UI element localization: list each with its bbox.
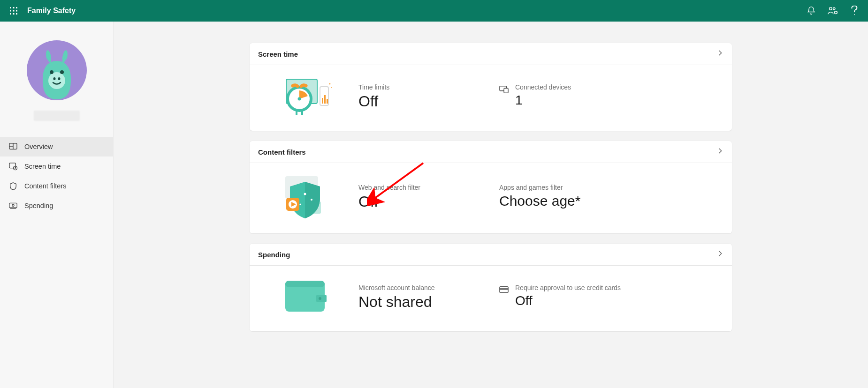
svg-rect-2 bbox=[16, 7, 17, 8]
people-gear-icon bbox=[828, 6, 838, 15]
svg-rect-37 bbox=[504, 88, 508, 93]
svg-point-10 bbox=[833, 7, 835, 9]
svg-point-40 bbox=[304, 193, 306, 195]
connected-devices-value: 1 bbox=[515, 93, 571, 108]
card-content-filters: Content filters bbox=[250, 141, 732, 233]
svg-point-35 bbox=[331, 87, 332, 88]
svg-rect-47 bbox=[285, 281, 325, 287]
svg-point-42 bbox=[299, 203, 301, 205]
main-content: Screen time bbox=[114, 22, 868, 388]
sidebar-item-label: Overview bbox=[24, 143, 53, 150]
content-filters-illustration bbox=[258, 173, 352, 220]
svg-point-27 bbox=[298, 97, 301, 101]
help-button[interactable] bbox=[844, 0, 865, 22]
shield-icon bbox=[8, 181, 18, 191]
avatar-illustration bbox=[29, 44, 85, 100]
sidebar-item-label: Spending bbox=[24, 202, 53, 209]
svg-rect-7 bbox=[13, 13, 15, 15]
app-title: Family Safety bbox=[27, 7, 76, 15]
apps-filter-value: Choose age* bbox=[499, 193, 580, 209]
top-bar: Family Safety bbox=[0, 0, 868, 22]
notifications-button[interactable] bbox=[800, 0, 822, 22]
svg-point-16 bbox=[53, 77, 55, 80]
svg-rect-5 bbox=[16, 10, 17, 12]
approval-label: Require approval to use credit cards bbox=[515, 284, 621, 291]
sidebar-item-screen-time[interactable]: Screen time bbox=[0, 157, 113, 176]
card-title: Spending bbox=[258, 251, 290, 259]
sidebar-item-spending[interactable]: Spending bbox=[0, 196, 113, 216]
time-limits-value: Off bbox=[358, 93, 499, 110]
card-title: Content filters bbox=[258, 148, 306, 156]
approval-value: Off bbox=[515, 293, 621, 308]
card-header-screen-time[interactable]: Screen time bbox=[250, 43, 732, 65]
spending-illustration bbox=[258, 276, 352, 318]
svg-rect-32 bbox=[324, 95, 326, 104]
svg-rect-4 bbox=[13, 10, 15, 12]
svg-rect-31 bbox=[322, 98, 323, 104]
app-launcher-button[interactable] bbox=[3, 0, 24, 22]
member-name-redacted bbox=[34, 111, 80, 121]
card-screen-time: Screen time bbox=[250, 43, 732, 131]
svg-rect-21 bbox=[9, 203, 17, 208]
family-settings-button[interactable] bbox=[822, 0, 844, 22]
card-spending: Spending bbox=[250, 244, 732, 331]
sidebar-item-label: Content filters bbox=[24, 182, 66, 190]
card-header-spending[interactable]: Spending bbox=[250, 244, 732, 266]
svg-point-12 bbox=[854, 14, 855, 15]
overview-icon bbox=[8, 142, 18, 151]
svg-point-49 bbox=[319, 297, 321, 300]
svg-point-34 bbox=[329, 83, 331, 85]
connected-devices-label: Connected devices bbox=[515, 83, 571, 91]
sidebar-item-overview[interactable]: Overview bbox=[0, 137, 113, 157]
svg-point-9 bbox=[830, 7, 832, 10]
sidebar-item-label: Screen time bbox=[24, 163, 61, 170]
profile-section bbox=[0, 40, 113, 121]
svg-rect-33 bbox=[327, 99, 328, 104]
help-icon bbox=[850, 6, 859, 16]
credit-card-icon bbox=[499, 286, 509, 295]
svg-point-11 bbox=[835, 11, 838, 14]
svg-rect-3 bbox=[10, 10, 11, 12]
balance-label: Microsoft account balance bbox=[358, 284, 499, 291]
devices-icon bbox=[499, 85, 509, 96]
card-title: Screen time bbox=[258, 50, 298, 58]
svg-rect-29 bbox=[301, 110, 303, 115]
svg-point-14 bbox=[50, 70, 53, 74]
svg-rect-8 bbox=[16, 13, 17, 15]
chevron-right-icon bbox=[717, 50, 723, 58]
chevron-right-icon bbox=[717, 250, 723, 259]
card-header-content-filters[interactable]: Content filters bbox=[250, 141, 732, 163]
svg-rect-0 bbox=[10, 7, 11, 8]
chevron-right-icon bbox=[717, 148, 723, 156]
svg-point-22 bbox=[12, 204, 14, 206]
svg-rect-1 bbox=[13, 7, 15, 8]
svg-point-15 bbox=[60, 70, 64, 74]
bell-icon bbox=[807, 6, 816, 15]
svg-rect-28 bbox=[296, 110, 297, 115]
svg-rect-19 bbox=[9, 163, 16, 168]
svg-point-13 bbox=[48, 72, 65, 89]
web-filter-value: Off bbox=[358, 193, 499, 210]
svg-rect-6 bbox=[10, 13, 11, 15]
cash-icon bbox=[8, 201, 18, 210]
svg-rect-51 bbox=[500, 288, 508, 290]
waffle-icon bbox=[10, 7, 17, 15]
screen-time-icon bbox=[8, 162, 18, 171]
sidebar-item-content-filters[interactable]: Content filters bbox=[0, 176, 113, 196]
sidebar-nav: Overview Screen time Content filters bbox=[0, 137, 113, 216]
sidebar: Overview Screen time Content filters bbox=[0, 22, 114, 388]
web-filter-label: Web and search filter bbox=[358, 184, 499, 191]
balance-value: Not shared bbox=[358, 293, 499, 311]
svg-point-17 bbox=[58, 77, 60, 80]
svg-point-41 bbox=[311, 199, 312, 201]
screen-time-illustration bbox=[258, 75, 352, 118]
apps-filter-label: Apps and games filter bbox=[499, 184, 580, 191]
avatar[interactable] bbox=[27, 40, 87, 100]
time-limits-label: Time limits bbox=[358, 83, 499, 91]
